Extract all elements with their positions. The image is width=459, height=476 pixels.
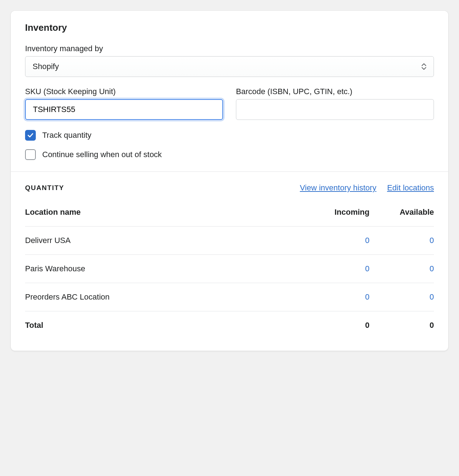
edit-locations-link[interactable]: Edit locations xyxy=(387,183,434,193)
inventory-top-section: Inventory Inventory managed by Shopify S… xyxy=(11,11,448,171)
continue-selling-row[interactable]: Continue selling when out of stock xyxy=(25,149,434,160)
view-inventory-history-link[interactable]: View inventory history xyxy=(300,183,377,193)
total-incoming: 0 xyxy=(298,311,369,340)
available-value[interactable]: 0 xyxy=(369,227,434,255)
table-total-row: Total 0 0 xyxy=(25,311,434,340)
managed-by-label: Inventory managed by xyxy=(25,44,434,53)
col-location-header: Location name xyxy=(25,205,298,227)
track-quantity-checkbox[interactable] xyxy=(25,130,36,141)
available-value[interactable]: 0 xyxy=(369,283,434,311)
table-row: Preorders ABC Location00 xyxy=(25,283,434,311)
col-incoming-header: Incoming xyxy=(298,205,369,227)
location-name: Paris Warehouse xyxy=(25,255,298,283)
quantity-title: QUANTITY xyxy=(25,184,64,192)
barcode-input[interactable] xyxy=(236,99,434,120)
table-row: Paris Warehouse00 xyxy=(25,255,434,283)
available-value[interactable]: 0 xyxy=(369,255,434,283)
continue-selling-checkbox[interactable] xyxy=(25,149,36,160)
table-row: Deliverr USA00 xyxy=(25,227,434,255)
barcode-label: Barcode (ISBN, UPC, GTIN, etc.) xyxy=(236,87,434,96)
select-arrows-icon xyxy=(421,63,426,70)
table-header-row: Location name Incoming Available xyxy=(25,205,434,227)
quantity-section: QUANTITY View inventory history Edit loc… xyxy=(11,172,448,351)
sku-input[interactable] xyxy=(25,99,223,120)
col-available-header: Available xyxy=(369,205,434,227)
track-quantity-label: Track quantity xyxy=(42,131,91,140)
incoming-value[interactable]: 0 xyxy=(298,255,369,283)
total-available: 0 xyxy=(369,311,434,340)
sku-label: SKU (Stock Keeping Unit) xyxy=(25,87,223,96)
total-label: Total xyxy=(25,311,298,340)
incoming-value[interactable]: 0 xyxy=(298,283,369,311)
location-name: Deliverr USA xyxy=(25,227,298,255)
track-quantity-row[interactable]: Track quantity xyxy=(25,130,434,141)
incoming-value[interactable]: 0 xyxy=(298,227,369,255)
quantity-table: Location name Incoming Available Deliver… xyxy=(25,205,434,339)
continue-selling-label: Continue selling when out of stock xyxy=(42,150,162,159)
location-name: Preorders ABC Location xyxy=(25,283,298,311)
managed-by-value: Shopify xyxy=(33,62,59,71)
inventory-card: Inventory Inventory managed by Shopify S… xyxy=(11,11,448,351)
card-title: Inventory xyxy=(25,22,434,33)
managed-by-select[interactable]: Shopify xyxy=(25,56,434,77)
